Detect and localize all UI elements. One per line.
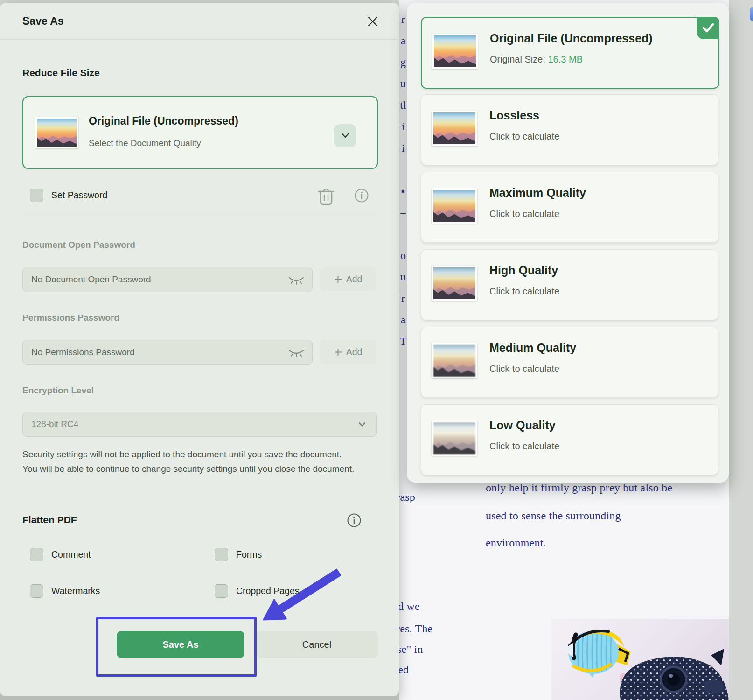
size-value: 16.3 MB bbox=[548, 54, 583, 64]
quality-option-title: Medium Quality bbox=[489, 341, 576, 355]
doc-text-line: only help it firmly grasp prey but also … bbox=[486, 482, 672, 494]
cancel-button[interactable]: Cancel bbox=[256, 631, 378, 658]
sunset-thumbnail bbox=[432, 266, 477, 301]
selected-badge bbox=[697, 17, 719, 39]
sunset-thumbnail bbox=[432, 420, 477, 456]
set-password-checkbox[interactable] bbox=[30, 189, 43, 202]
doc-text-line: environment. bbox=[486, 537, 546, 549]
chevron-down-icon bbox=[358, 421, 366, 427]
sunset-thumbnail bbox=[432, 34, 478, 69]
dialog-header: Save As bbox=[0, 3, 399, 40]
quality-option-title: Original File (Uncompressed) bbox=[490, 32, 653, 45]
quality-option-original[interactable]: Original File (Uncompressed) Original Si… bbox=[421, 17, 719, 89]
size-label: Original Size: bbox=[490, 54, 545, 64]
set-password-label: Set Password bbox=[51, 190, 107, 201]
add-doc-open-password-button[interactable]: Add bbox=[320, 267, 376, 291]
fish-photo bbox=[551, 619, 729, 700]
reduce-file-size-heading: Reduce File Size bbox=[22, 67, 100, 78]
checkmark-icon bbox=[697, 17, 719, 39]
sunset-thumbnail bbox=[35, 117, 78, 148]
screen: r a g u tl i i ▪ – o u r a T grasp only … bbox=[0, 0, 753, 700]
security-note: Security settings will not be applied to… bbox=[22, 447, 355, 476]
quality-dropdown-panel: Original File (Uncompressed) Original Si… bbox=[407, 3, 729, 483]
close-icon[interactable] bbox=[367, 15, 379, 28]
doc-open-password-field[interactable]: No Document Open Password bbox=[22, 267, 313, 292]
quality-option-subtitle: Click to calculate bbox=[489, 441, 559, 452]
quality-option-subtitle: Click to calculate bbox=[489, 131, 559, 142]
quality-option-subtitle: Click to calculate bbox=[489, 364, 559, 374]
eye-closed-icon[interactable] bbox=[288, 275, 305, 285]
forms-label: Forms bbox=[236, 549, 262, 560]
comment-label: Comment bbox=[51, 549, 91, 560]
quality-dropdown-button[interactable] bbox=[334, 124, 356, 147]
sunset-thumbnail bbox=[432, 188, 477, 224]
sunset-thumbnail bbox=[432, 111, 477, 146]
add-button-label: Add bbox=[346, 347, 363, 357]
quality-option-title: Low Quality bbox=[489, 419, 556, 432]
permissions-password-field[interactable]: No Permissions Password bbox=[22, 340, 313, 365]
doc-fragment: d we bbox=[398, 600, 420, 613]
dialog-title: Save As bbox=[22, 15, 64, 28]
trash-icon[interactable] bbox=[316, 186, 336, 206]
doc-open-password-value: No Document Open Password bbox=[23, 267, 312, 292]
plus-icon bbox=[334, 275, 342, 283]
divider bbox=[22, 216, 376, 216]
encryption-level-label: Encryption Level bbox=[22, 385, 94, 396]
doc-fragment: se" in bbox=[397, 643, 423, 656]
app-background-column bbox=[729, 0, 753, 700]
watermarks-checkbox[interactable] bbox=[30, 584, 43, 598]
selected-quality-card[interactable]: Original File (Uncompressed) Select the … bbox=[22, 96, 378, 169]
add-button-label: Add bbox=[346, 274, 363, 285]
encryption-level-select[interactable]: 128-bit RC4 bbox=[22, 412, 377, 437]
quality-option-title: Maximum Quality bbox=[489, 186, 586, 200]
quality-card-subtitle: Select the Document Quality bbox=[89, 138, 201, 148]
permissions-password-value: No Permissions Password bbox=[23, 340, 312, 364]
cropped-pages-checkbox[interactable] bbox=[215, 584, 228, 598]
doc-open-password-label: Document Open Password bbox=[22, 240, 135, 250]
plus-icon bbox=[334, 348, 342, 356]
annotation-arrow bbox=[250, 559, 352, 629]
info-icon[interactable] bbox=[354, 188, 370, 203]
forms-checkbox[interactable] bbox=[215, 548, 228, 561]
flatten-pdf-heading: Flatten PDF bbox=[22, 514, 77, 525]
quality-option-high[interactable]: High Quality Click to calculate bbox=[421, 249, 718, 320]
quality-option-size: Original Size: 16.3 MB bbox=[490, 54, 583, 65]
annotation-highlight-rect bbox=[96, 617, 257, 677]
quality-option-low[interactable]: Low Quality Click to calculate bbox=[421, 404, 718, 475]
doc-text-line: used to sense the surrounding bbox=[486, 510, 621, 522]
window-bottom-edge bbox=[0, 696, 399, 700]
quality-option-subtitle: Click to calculate bbox=[489, 286, 559, 297]
quality-card-title: Original File (Uncompressed) bbox=[89, 115, 238, 127]
sunset-thumbnail bbox=[432, 343, 477, 378]
scrollbar-fragment[interactable] bbox=[750, 7, 753, 21]
comment-checkbox[interactable] bbox=[30, 548, 43, 561]
watermarks-label: Watermarks bbox=[51, 586, 100, 596]
add-permissions-password-button[interactable]: Add bbox=[320, 340, 376, 364]
info-icon[interactable] bbox=[346, 512, 362, 528]
chevron-down-icon bbox=[340, 132, 350, 139]
eye-closed-icon[interactable] bbox=[288, 348, 305, 357]
quality-option-title: Lossless bbox=[489, 109, 539, 122]
pufferfish-image bbox=[604, 646, 729, 700]
doc-fragment: res. The bbox=[396, 623, 432, 635]
quality-option-title: High Quality bbox=[489, 264, 558, 277]
encryption-level-value: 128-bit RC4 bbox=[23, 412, 376, 436]
quality-option-subtitle: Click to calculate bbox=[489, 209, 559, 219]
quality-option-maximum[interactable]: Maximum Quality Click to calculate bbox=[421, 172, 718, 243]
quality-option-medium[interactable]: Medium Quality Click to calculate bbox=[421, 327, 718, 398]
quality-option-lossless[interactable]: Lossless Click to calculate bbox=[421, 94, 718, 165]
permissions-password-label: Permissions Password bbox=[22, 313, 119, 323]
